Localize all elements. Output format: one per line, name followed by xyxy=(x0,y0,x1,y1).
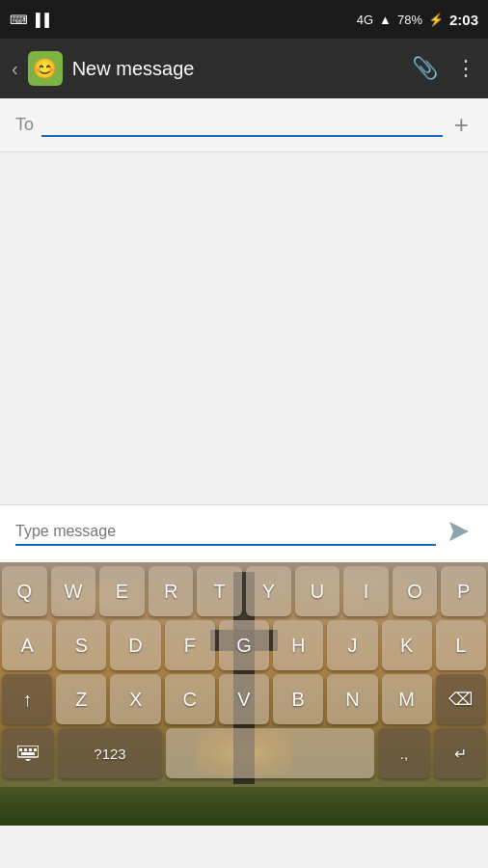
key-f[interactable]: F xyxy=(165,620,215,670)
period-comma-key[interactable]: ., xyxy=(378,728,430,778)
more-options-button[interactable]: ⋮ xyxy=(455,56,476,81)
to-field-container: To + xyxy=(0,98,488,152)
svg-rect-4 xyxy=(29,748,32,751)
key-g[interactable]: G xyxy=(219,620,269,670)
keyboard: Q W E R T Y U I O P A S D F G H J K L ↑ … xyxy=(0,562,488,826)
keyboard-rows: Q W E R T Y U I O P A S D F G H J K L ↑ … xyxy=(0,562,488,778)
signal-icon: ▲ xyxy=(379,13,392,27)
svg-marker-7 xyxy=(25,759,31,761)
key-b[interactable]: B xyxy=(273,674,323,724)
numbers-key[interactable]: ?123 xyxy=(58,728,162,778)
key-y[interactable]: Y xyxy=(246,566,291,616)
status-left: ⌨ ▌▌ xyxy=(10,13,53,27)
keyboard-icon: ⌨ xyxy=(10,13,28,27)
type-message-bar xyxy=(0,504,488,562)
key-v[interactable]: V xyxy=(219,674,269,724)
key-m[interactable]: M xyxy=(382,674,432,724)
send-button[interactable] xyxy=(446,518,473,551)
key-p[interactable]: P xyxy=(441,566,486,616)
key-j[interactable]: J xyxy=(327,620,377,670)
back-button[interactable]: ‹ xyxy=(12,58,18,80)
page-title: New message xyxy=(72,58,402,80)
attach-button[interactable]: 📎 xyxy=(412,56,438,81)
key-w[interactable]: W xyxy=(51,566,96,616)
key-i[interactable]: I xyxy=(343,566,389,616)
clock: 2:03 xyxy=(449,12,478,28)
key-s[interactable]: S xyxy=(56,620,106,670)
key-c[interactable]: C xyxy=(165,674,215,724)
key-a[interactable]: A xyxy=(2,620,52,670)
signal-bars: ▌▌ xyxy=(36,13,53,27)
to-input[interactable] xyxy=(41,114,443,137)
key-row-2: A S D F G H J K L xyxy=(2,620,486,670)
key-l[interactable]: L xyxy=(436,620,486,670)
enter-key[interactable]: ↵ xyxy=(434,728,486,778)
app-bar-actions: 📎 ⋮ xyxy=(412,56,476,81)
key-q[interactable]: Q xyxy=(2,566,47,616)
app-bar: ‹ 😊 New message 📎 ⋮ xyxy=(0,39,488,98)
smiley-icon: 😊 xyxy=(33,57,57,80)
status-right: 4G ▲ 78% ⚡ 2:03 xyxy=(357,12,478,28)
network-type: 4G xyxy=(357,13,373,27)
key-x[interactable]: X xyxy=(110,674,160,724)
key-r[interactable]: R xyxy=(149,566,194,616)
svg-rect-3 xyxy=(24,748,27,751)
svg-marker-0 xyxy=(449,522,469,541)
battery-percent: 78% xyxy=(397,13,422,27)
key-e[interactable]: E xyxy=(99,566,145,616)
svg-rect-2 xyxy=(19,748,22,751)
key-row-3: ↑ Z X C V B N M ⌫ xyxy=(2,674,486,724)
app-icon: 😊 xyxy=(28,51,63,86)
key-k[interactable]: K xyxy=(382,620,432,670)
battery-icon: ⚡ xyxy=(428,13,444,27)
shift-key[interactable]: ↑ xyxy=(2,674,52,724)
message-input[interactable] xyxy=(15,523,436,546)
key-z[interactable]: Z xyxy=(56,674,106,724)
compose-area[interactable] xyxy=(0,152,488,504)
backspace-key[interactable]: ⌫ xyxy=(436,674,486,724)
add-recipient-button[interactable]: + xyxy=(450,108,473,142)
space-key[interactable] xyxy=(166,728,374,778)
key-row-4: ?123 ., ↵ xyxy=(2,728,486,778)
key-n[interactable]: N xyxy=(327,674,377,724)
key-d[interactable]: D xyxy=(110,620,160,670)
key-t[interactable]: T xyxy=(197,566,242,616)
status-bar: ⌨ ▌▌ 4G ▲ 78% ⚡ 2:03 xyxy=(0,0,488,39)
key-o[interactable]: O xyxy=(393,566,438,616)
svg-rect-6 xyxy=(21,752,35,755)
svg-rect-5 xyxy=(34,748,37,751)
key-row-1: Q W E R T Y U I O P xyxy=(2,566,486,616)
key-u[interactable]: U xyxy=(295,566,340,616)
keyboard-toggle-key[interactable] xyxy=(2,728,54,778)
key-h[interactable]: H xyxy=(273,620,323,670)
ground-area xyxy=(0,787,488,826)
to-label: To xyxy=(15,115,34,135)
